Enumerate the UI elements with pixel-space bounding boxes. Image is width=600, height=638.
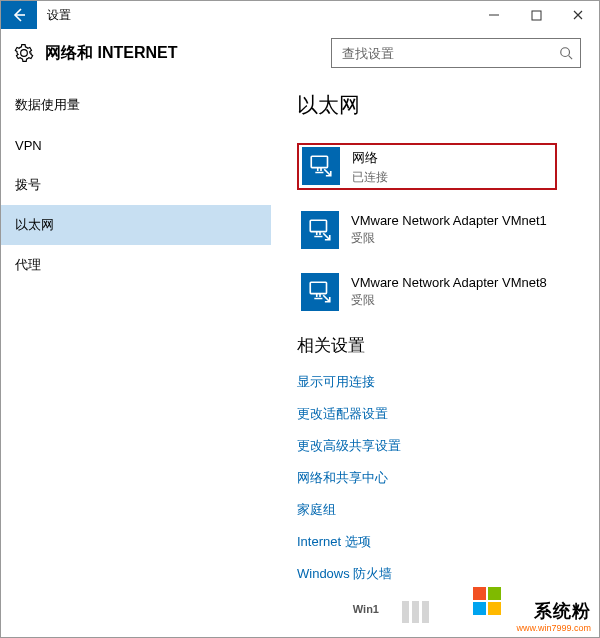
related-link[interactable]: 网络和共享中心 xyxy=(297,469,579,487)
related-links: 显示可用连接更改适配器设置更改高级共享设置网络和共享中心家庭组Internet … xyxy=(297,373,579,583)
maximize-button[interactable] xyxy=(515,1,557,29)
sidebar: 数据使用量VPN拨号以太网代理 xyxy=(1,77,271,637)
minimize-icon xyxy=(488,9,500,21)
network-status: 已连接 xyxy=(352,169,388,186)
svg-rect-3 xyxy=(310,220,326,231)
ethernet-icon xyxy=(301,211,339,249)
related-link[interactable]: Internet 选项 xyxy=(297,533,579,551)
watermark-url: www.win7999.com xyxy=(516,623,591,633)
sidebar-item[interactable]: 数据使用量 xyxy=(1,85,271,125)
search-icon xyxy=(558,45,574,61)
related-link[interactable]: Windows 防火墙 xyxy=(297,565,579,583)
network-name: VMware Network Adapter VMnet1 xyxy=(351,213,547,228)
network-item[interactable]: VMware Network Adapter VMnet8受限 xyxy=(297,270,579,314)
network-status: 受限 xyxy=(351,230,547,247)
ethernet-icon xyxy=(301,273,339,311)
network-name: 网络 xyxy=(352,149,388,167)
minimize-button[interactable] xyxy=(473,1,515,29)
svg-point-1 xyxy=(561,48,570,57)
sidebar-item-label: 以太网 xyxy=(15,216,54,234)
network-status: 受限 xyxy=(351,292,547,309)
network-item[interactable]: 网络已连接 xyxy=(297,143,557,190)
header: 网络和 INTERNET xyxy=(1,29,599,77)
sidebar-item[interactable]: 代理 xyxy=(1,245,271,285)
close-icon xyxy=(572,9,584,21)
titlebar: 设置 xyxy=(1,1,599,29)
sidebar-item[interactable]: 拨号 xyxy=(1,165,271,205)
network-list: 网络已连接 VMware Network Adapter VMnet1受限 VM… xyxy=(297,143,579,314)
related-settings-title: 相关设置 xyxy=(297,334,579,357)
search-input[interactable] xyxy=(342,46,558,61)
watermark-logo-icon xyxy=(473,587,501,615)
sidebar-item-label: 拨号 xyxy=(15,176,41,194)
close-button[interactable] xyxy=(557,1,599,29)
search-box[interactable] xyxy=(331,38,581,68)
network-name: VMware Network Adapter VMnet8 xyxy=(351,275,547,290)
back-button[interactable] xyxy=(1,1,37,29)
watermark-bars-icon xyxy=(402,601,429,623)
ethernet-icon xyxy=(302,147,340,185)
svg-rect-0 xyxy=(532,11,541,20)
sidebar-item[interactable]: VPN xyxy=(1,125,271,165)
maximize-icon xyxy=(531,10,542,21)
related-link[interactable]: 更改适配器设置 xyxy=(297,405,579,423)
window-controls xyxy=(473,1,599,29)
network-item[interactable]: VMware Network Adapter VMnet1受限 xyxy=(297,208,579,252)
related-link[interactable]: 家庭组 xyxy=(297,501,579,519)
sidebar-item[interactable]: 以太网 xyxy=(1,205,271,245)
svg-rect-2 xyxy=(311,156,327,167)
arrow-left-icon xyxy=(11,7,27,23)
header-title: 网络和 INTERNET xyxy=(45,43,177,64)
watermark-small: Win1 xyxy=(353,603,379,615)
sidebar-item-label: 代理 xyxy=(15,256,41,274)
sidebar-item-label: 数据使用量 xyxy=(15,96,80,114)
svg-rect-4 xyxy=(310,282,326,293)
main-panel: 以太网 网络已连接 VMware Network Adapter VMnet1受… xyxy=(271,77,599,637)
page-title: 以太网 xyxy=(297,91,579,119)
related-link[interactable]: 显示可用连接 xyxy=(297,373,579,391)
window-title: 设置 xyxy=(37,1,81,29)
gear-icon xyxy=(13,42,35,64)
related-link[interactable]: 更改高级共享设置 xyxy=(297,437,579,455)
watermark-brand: 系统粉 xyxy=(534,599,591,623)
sidebar-item-label: VPN xyxy=(15,138,42,153)
